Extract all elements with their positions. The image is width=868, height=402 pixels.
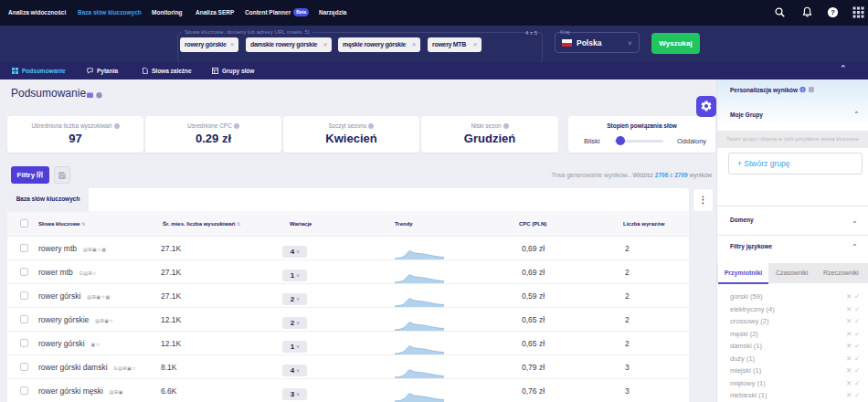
svg-text:?: ? — [831, 8, 835, 16]
svg-text:i: i — [802, 87, 803, 92]
